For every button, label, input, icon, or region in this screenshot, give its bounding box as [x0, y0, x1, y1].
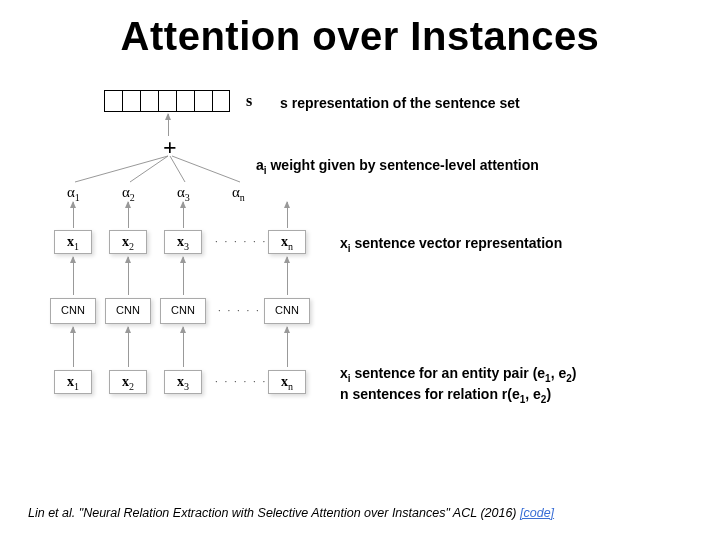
- arrow-cnn-inn: [287, 327, 288, 367]
- code-link[interactable]: [code]: [520, 506, 554, 520]
- cnn-box-2: CNN: [105, 298, 151, 324]
- annot-xi: xi sentence vector representation: [340, 234, 562, 255]
- citation: Lin et al. "Neural Relation Extraction w…: [28, 506, 554, 520]
- input-box-n: xn: [268, 370, 306, 394]
- x-box-n: xn: [268, 230, 306, 254]
- arrow-xn-cnn: [287, 257, 288, 295]
- arrow-cnn-in1: [73, 327, 74, 367]
- arrow-a1-x1: [73, 202, 74, 228]
- x-box-1: x1: [54, 230, 92, 254]
- arrow-cnn-in3: [183, 327, 184, 367]
- input-box-3: x3: [164, 370, 202, 394]
- dots-3: · · · · · ·: [215, 375, 267, 387]
- svg-line-1: [130, 156, 168, 182]
- x-box-2: x2: [109, 230, 147, 254]
- dots-1: · · · · · ·: [215, 235, 267, 247]
- input-box-1: x1: [54, 370, 92, 394]
- slide-title: Attention over Instances: [0, 14, 720, 59]
- arrow-a2-x2: [128, 202, 129, 228]
- arrow-cnn-in2: [128, 327, 129, 367]
- arrow-a3-x3: [183, 202, 184, 228]
- x-box-3: x3: [164, 230, 202, 254]
- cnn-box-1: CNN: [50, 298, 96, 324]
- arrow-an-xn: [287, 202, 288, 228]
- annot-s: s representation of the sentence set: [280, 94, 520, 113]
- arrow-x1-cnn: [73, 257, 74, 295]
- arrow-x2-cnn: [128, 257, 129, 295]
- cnn-box-n: CNN: [264, 298, 310, 324]
- diagram-stage: s + α1 α2 α3 αn x1 x2 x3 · · · · · · xn …: [0, 70, 720, 500]
- dots-2: · · · · · ·: [218, 304, 270, 316]
- annot-alpha: ai weight given by sentence-level attent…: [256, 156, 539, 177]
- annot-pair: xi sentence for an entity pair (e1, e2) …: [340, 364, 576, 407]
- svg-line-0: [75, 156, 168, 182]
- arrow-x3-cnn: [183, 257, 184, 295]
- input-box-2: x2: [109, 370, 147, 394]
- cnn-box-3: CNN: [160, 298, 206, 324]
